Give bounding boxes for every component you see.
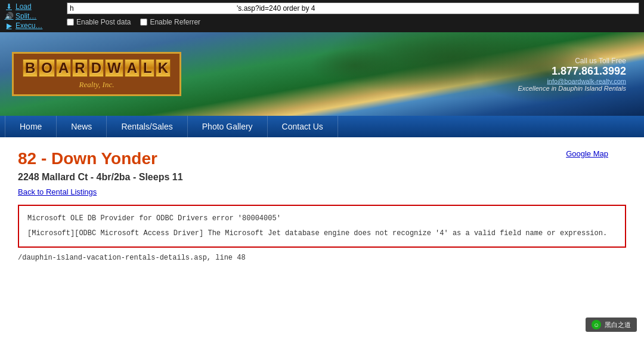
enable-post-label[interactable]: Enable Post data (67, 18, 131, 26)
logo-letter-k: K (156, 59, 171, 77)
logo-letter-a2: A (125, 59, 140, 77)
nav-item-home[interactable]: Home (5, 116, 57, 137)
property-header-row: 82 - Down Yonder 2248 Mallard Ct - 4br/2… (18, 149, 626, 205)
site-header: B O A R D W A L K Realty, Inc. Call us T… (0, 32, 644, 116)
logo-letter-b: B (23, 59, 38, 77)
nav-item-gallery[interactable]: Photo Gallery (188, 116, 268, 137)
logo-box: B O A R D W A L K Realty, Inc. (12, 52, 181, 96)
property-subtitle: 2248 Mallard Ct - 4br/2ba - Sleeps 11 (18, 172, 626, 183)
back-to-listings-link[interactable]: Back to Rental Listings (18, 187, 97, 196)
url-bar-area: Enable Post data Enable Referrer (64, 2, 639, 27)
watermark-text: 黑白之道 (605, 320, 631, 329)
enable-referrer-checkbox[interactable] (140, 19, 147, 26)
enable-post-checkbox[interactable] (67, 19, 74, 26)
execu-icon: ▶ (5, 21, 13, 30)
load-button[interactable]: ⬇ Load (5, 2, 64, 11)
contact-toll-free: Call us Toll Free (518, 57, 626, 65)
logo-title: B O A R D W A L K (22, 58, 171, 78)
watermark-icon: ☺ (592, 320, 601, 329)
nav-item-rentals[interactable]: Rentals/Sales (107, 116, 187, 137)
logo-letter-a: A (56, 59, 71, 77)
site-nav: Home News Rentals/Sales Photo Gallery Co… (0, 116, 644, 137)
logo-letter-w: W (105, 59, 123, 77)
logo-letter-o: O (39, 59, 55, 77)
logo-letter-r: R (72, 59, 87, 77)
toolbar-left: ⬇ Load 🔊 Split… ▶ Execu… (5, 2, 64, 30)
split-icon: 🔊 (5, 12, 13, 20)
url-input-row (67, 2, 639, 14)
execu-button[interactable]: ▶ Execu… (5, 21, 64, 30)
contact-tagline: Excellence in Dauphin Island Rentals (518, 85, 626, 92)
property-info: 82 - Down Yonder 2248 Mallard Ct - 4br/2… (18, 149, 626, 205)
header-contact: Call us Toll Free 1.877.861.3992 info@bo… (518, 57, 626, 92)
error-box: Microsoft OLE DB Provider for ODBC Drive… (18, 205, 626, 248)
error-path: /dauphin-island-vacation-rentals-details… (18, 254, 626, 262)
website-container: B O A R D W A L K Realty, Inc. Call us T… (0, 32, 644, 292)
logo-subtitle: Realty, Inc. (22, 80, 171, 90)
load-label: Load (16, 2, 32, 11)
execu-label: Execu… (16, 21, 42, 30)
property-title: 82 - Down Yonder (18, 149, 626, 168)
split-label: Split… (16, 12, 36, 20)
content-area: 82 - Down Yonder 2248 Mallard Ct - 4br/2… (0, 137, 644, 292)
nav-item-news[interactable]: News (57, 116, 107, 137)
enable-referrer-label[interactable]: Enable Referrer (140, 18, 200, 26)
logo-letter-d: D (89, 59, 104, 77)
checkboxes-row: Enable Post data Enable Referrer (67, 16, 639, 27)
nav-item-contact[interactable]: Contact Us (268, 116, 338, 137)
toolbar: ⬇ Load 🔊 Split… ▶ Execu… Enable Post dat… (0, 0, 644, 32)
split-button[interactable]: 🔊 Split… (5, 12, 64, 20)
error-line-2: [Microsoft][ODBC Microsoft Access Driver… (27, 228, 617, 239)
error-line-1: Microsoft OLE DB Provider for ODBC Drive… (27, 213, 617, 224)
logo-letter-l: L (141, 59, 154, 77)
url-input[interactable] (67, 2, 639, 14)
contact-email[interactable]: info@boardwalk-realty.com (518, 78, 626, 85)
load-icon: ⬇ (5, 2, 13, 11)
header-logo-area: B O A R D W A L K Realty, Inc. (0, 46, 193, 102)
watermark: ☺ 黑白之道 (586, 318, 637, 332)
contact-phone: 1.877.861.3992 (518, 65, 626, 78)
google-map-link[interactable]: Google Map (566, 149, 608, 158)
